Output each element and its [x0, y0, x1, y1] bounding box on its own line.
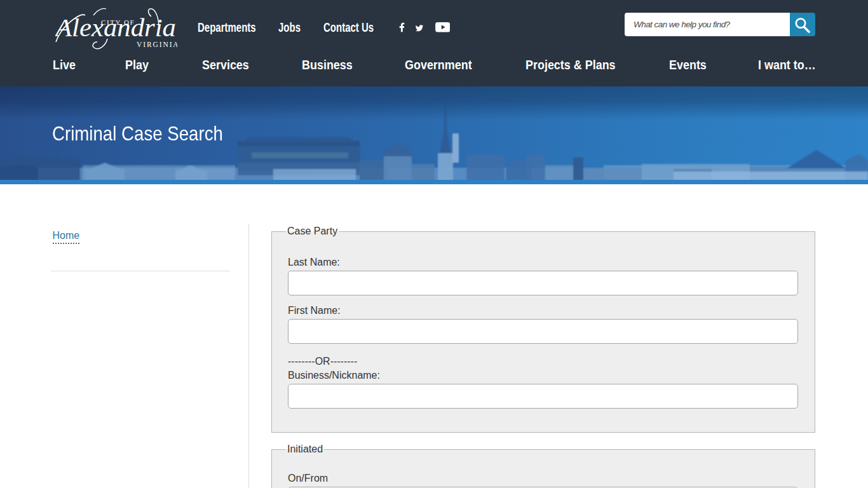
svg-text:CITY OF: CITY OF	[101, 18, 135, 26]
svg-text:VIRGINIA: VIRGINIA	[137, 41, 177, 48]
